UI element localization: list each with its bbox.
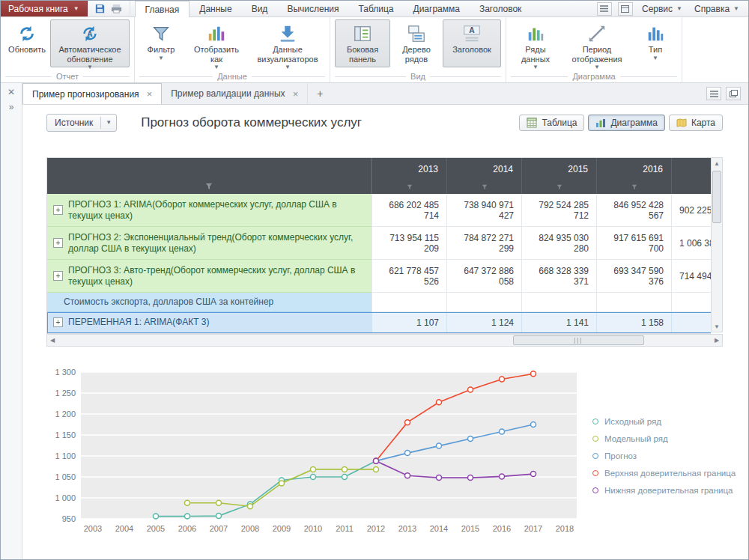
- expand-icon[interactable]: +: [53, 205, 63, 215]
- table-cell[interactable]: 902 225: [671, 194, 711, 227]
- filter-funnel-icon[interactable]: [481, 184, 488, 190]
- source-button[interactable]: Источник ▼: [46, 114, 117, 132]
- ribbon-tab-vychisleniya[interactable]: Вычисления: [277, 1, 348, 16]
- row-label-cell[interactable]: + ПРОГНОЗ 3: Авто-тренд(Оборот коммерчес…: [47, 260, 372, 293]
- column-header-2013[interactable]: 2013: [372, 158, 446, 194]
- display-as-button[interactable]: Отобразить как ▼: [184, 19, 249, 67]
- window-layout-button[interactable]: [618, 2, 633, 16]
- auto-refresh-button[interactable]: A Автоматическое обновление ▼: [50, 19, 130, 67]
- table-cell[interactable]: 713 954 115 209: [372, 227, 446, 260]
- table-cell[interactable]: [596, 293, 671, 312]
- workarea: ✕ » Пример прогнозирования × Пример вали…: [1, 83, 748, 559]
- ribbon-tab-tablica[interactable]: Таблица: [348, 1, 403, 16]
- column-header-2015[interactable]: 2015: [521, 158, 596, 194]
- table-cell[interactable]: 621 778 457 526: [372, 260, 446, 293]
- tab-layers-button[interactable]: [726, 87, 741, 100]
- filter-button[interactable]: Фильтр ▼: [139, 19, 183, 67]
- horizontal-scrollbar[interactable]: ◀ ▶: [46, 334, 723, 347]
- table-cell[interactable]: [671, 293, 711, 312]
- refresh-button[interactable]: Обновить: [5, 19, 49, 67]
- save-button[interactable]: [94, 2, 107, 16]
- service-menu[interactable]: Сервис ▼: [639, 4, 685, 14]
- ribbon-tab-vid[interactable]: Вид: [242, 1, 278, 16]
- table-view-button[interactable]: Таблица: [519, 115, 584, 131]
- table-cell[interactable]: [521, 293, 596, 312]
- workbook-menu-button[interactable]: Рабочая книга ▼: [1, 1, 88, 16]
- table-cell[interactable]: 917 615 691 700: [596, 227, 671, 260]
- vertical-scrollbar[interactable]: ▲ ▼: [711, 157, 723, 332]
- column-header-2014[interactable]: 2014: [446, 158, 521, 194]
- quick-access-toolbar: [88, 1, 130, 16]
- filter-funnel-icon[interactable]: [631, 184, 637, 190]
- doc-tab-validation-example[interactable]: Пример валидации данных ×: [162, 83, 308, 104]
- print-icon: [111, 3, 122, 14]
- ribbon-tab-zagolovok[interactable]: Заголовок: [470, 1, 531, 16]
- close-tab-icon[interactable]: ×: [147, 89, 153, 99]
- scroll-down-icon[interactable]: ▼: [712, 321, 722, 332]
- table-cell[interactable]: 738 940 971 427: [446, 194, 521, 227]
- row-label-cell[interactable]: + ПЕРЕМЕННАЯ 1: ARIMA(ФАКТ 3): [47, 312, 372, 333]
- svg-text:A: A: [87, 30, 93, 38]
- ribbon-tab-diagramma[interactable]: Диаграмма: [404, 1, 470, 16]
- column-header-2017[interactable]: 2017: [671, 158, 711, 194]
- filter-funnel-icon[interactable]: [406, 184, 413, 190]
- expand-icon[interactable]: +: [53, 271, 63, 281]
- expand-icon[interactable]: +: [53, 317, 63, 327]
- doc-tab-forecast-example[interactable]: Пример прогнозирования ×: [22, 83, 162, 104]
- column-header-2016[interactable]: 2016: [596, 158, 671, 194]
- table-cell[interactable]: 693 347 590 376: [596, 260, 671, 293]
- close-panel-icon[interactable]: ✕: [7, 88, 15, 97]
- close-tab-icon[interactable]: ×: [293, 89, 299, 99]
- svg-text:950: 950: [62, 514, 76, 523]
- scroll-up-icon[interactable]: ▲: [712, 158, 722, 168]
- scrollbar-thumb[interactable]: [513, 335, 645, 345]
- table-cell[interactable]: 1 124: [446, 312, 521, 333]
- new-tab-button[interactable]: +: [308, 83, 332, 104]
- chart-view-button[interactable]: Диаграмма: [588, 115, 664, 131]
- chart-type-button[interactable]: Тип ▼: [634, 19, 677, 67]
- table-cell[interactable]: 647 372 886 058: [446, 260, 521, 293]
- layout-list-button[interactable]: [597, 2, 612, 16]
- table-cell[interactable]: 1 141: [521, 312, 596, 333]
- side-panel-button[interactable]: Боковая панель: [335, 19, 390, 67]
- table-cell[interactable]: 792 524 285 712: [521, 194, 596, 227]
- table-cell[interactable]: [671, 312, 711, 333]
- print-button[interactable]: [110, 2, 124, 16]
- row-label-cell[interactable]: + ПРОГНОЗ 1: ARIMA(Оборот коммерческих у…: [47, 194, 372, 227]
- table-cell[interactable]: 846 952 428 567: [596, 194, 671, 227]
- ribbon-group-label: Вид: [330, 70, 506, 82]
- filter-funnel-icon[interactable]: [556, 184, 562, 190]
- map-view-button[interactable]: Карта: [669, 115, 723, 131]
- display-period-button[interactable]: Период отображения ▼: [562, 19, 632, 67]
- row-label-cell[interactable]: + ПРОГНОЗ 2: Экспоненциальный тренд(Обор…: [47, 227, 372, 260]
- table-cell[interactable]: 1 107: [372, 312, 446, 333]
- thumb-grip-icon: [574, 338, 583, 344]
- visualizer-data-button[interactable]: Данные визуализаторов ▼: [250, 19, 325, 67]
- tab-list-button[interactable]: [706, 87, 721, 100]
- ribbon-tab-glavnaya[interactable]: Главная: [135, 1, 190, 17]
- table-cell[interactable]: 1 158: [596, 312, 671, 333]
- expand-icon[interactable]: +: [53, 238, 63, 248]
- data-series-button[interactable]: Ряды данных ▼: [511, 19, 560, 67]
- row-label-cell[interactable]: Стоимость экспорта, долларов США за конт…: [47, 293, 372, 312]
- table-cell[interactable]: 668 328 339 371: [521, 260, 596, 293]
- expand-panel-icon[interactable]: »: [9, 103, 14, 112]
- table-header-label-cell[interactable]: [47, 158, 372, 194]
- scroll-left-icon[interactable]: ◀: [47, 335, 58, 346]
- filter-funnel-icon[interactable]: [205, 183, 213, 190]
- table-cell[interactable]: [372, 293, 446, 312]
- series-tree-button[interactable]: Дерево рядов: [392, 19, 441, 67]
- scrollbar-thumb[interactable]: [712, 171, 721, 223]
- help-menu[interactable]: Справка ▼: [691, 4, 742, 14]
- ribbon-group-report: Обновить A Автоматическое обновление ▼ О…: [1, 17, 135, 82]
- table-cell[interactable]: 784 872 271 299: [446, 227, 521, 260]
- table-cell[interactable]: 824 935 030 280: [521, 227, 596, 260]
- svg-text:2016: 2016: [493, 524, 511, 533]
- header-toggle-button[interactable]: A Заголовок: [443, 19, 501, 67]
- table-cell[interactable]: 714 494: [671, 260, 711, 293]
- ribbon-tab-dannye[interactable]: Данные: [189, 1, 241, 16]
- table-cell[interactable]: [446, 293, 521, 312]
- table-cell[interactable]: 686 202 485 714: [372, 194, 446, 227]
- scroll-right-icon[interactable]: ▶: [712, 335, 722, 346]
- table-cell[interactable]: 1 006 383: [671, 227, 711, 260]
